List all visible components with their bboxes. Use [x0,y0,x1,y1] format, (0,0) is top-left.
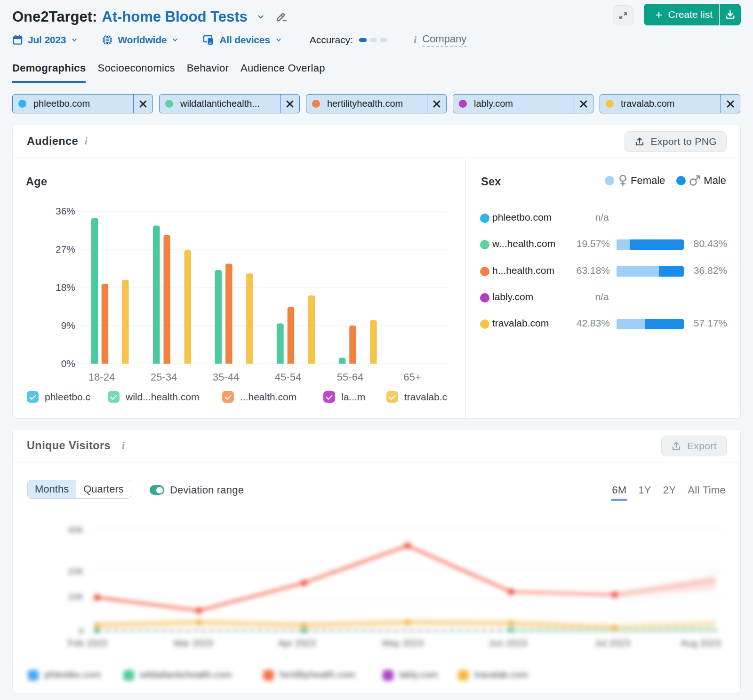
svg-text:travalab.com: travalab.com [474,669,529,680]
svg-text:May 2023: May 2023 [382,638,424,648]
svg-text:20K: 20K [68,566,84,576]
svg-text:0: 0 [79,626,84,636]
svg-text:phleetbo.com: phleetbo.com [44,669,101,680]
svg-text:65+: 65+ [403,371,421,383]
svg-text:18%: 18% [56,282,75,293]
svg-text:40K: 40K [68,525,84,535]
svg-text:wildatlantichealth.com: wildatlantichealth.com [139,669,232,680]
svg-text:hertilityhealth.com: hertilityhealth.com [280,669,355,680]
svg-text:Mar 2023: Mar 2023 [174,638,214,648]
svg-text:55-64: 55-64 [337,371,363,383]
svg-text:Feb 2023: Feb 2023 [68,638,108,648]
svg-text:10K: 10K [68,592,84,602]
svg-text:Apr 2023: Apr 2023 [278,638,316,648]
svg-text:45-54: 45-54 [275,371,301,383]
svg-text:Jul 2023: Jul 2023 [594,638,630,648]
svg-text:Aug 2023: Aug 2023 [681,638,721,648]
svg-text:27%: 27% [56,244,75,255]
svg-text:35-44: 35-44 [213,371,239,383]
svg-text:Jun 2023: Jun 2023 [489,638,527,648]
svg-text:9%: 9% [61,320,75,331]
svg-text:25-34: 25-34 [151,371,177,383]
svg-text:lably.com: lably.com [399,669,438,680]
svg-text:0%: 0% [61,358,75,369]
svg-text:36%: 36% [56,206,75,216]
svg-text:18-24: 18-24 [88,371,115,383]
